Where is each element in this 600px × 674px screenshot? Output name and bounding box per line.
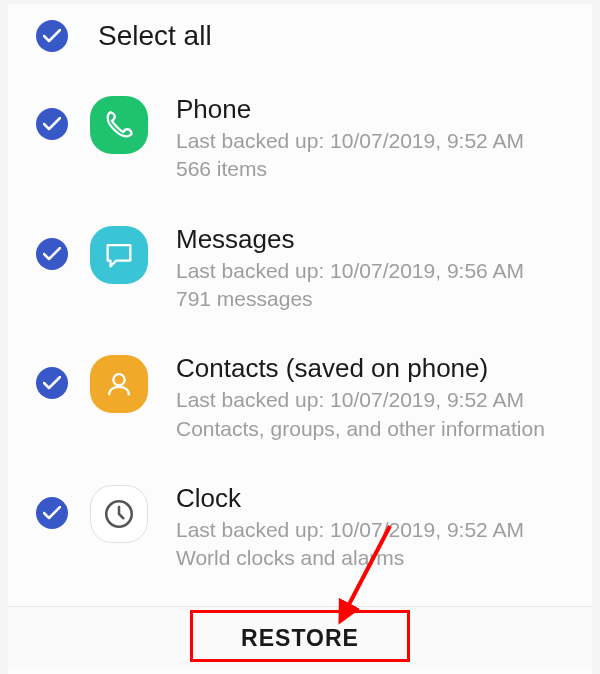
check-icon bbox=[43, 506, 61, 520]
clock-icon bbox=[90, 485, 148, 543]
item-checkbox-clock[interactable] bbox=[36, 497, 68, 529]
select-all-checkbox[interactable] bbox=[36, 20, 68, 52]
item-checkbox-contacts[interactable] bbox=[36, 367, 68, 399]
svg-point-0 bbox=[113, 374, 124, 385]
check-icon bbox=[43, 247, 61, 261]
check-icon bbox=[43, 117, 61, 131]
item-title: Clock bbox=[176, 483, 574, 514]
footer-bar: RESTORE bbox=[8, 606, 592, 670]
item-checkbox-phone[interactable] bbox=[36, 108, 68, 140]
messages-icon bbox=[90, 226, 148, 284]
item-subtitle: Last backed up: 10/07/2019, 9:52 AMWorld… bbox=[176, 516, 574, 573]
item-subtitle: Last backed up: 10/07/2019, 9:52 AM566 i… bbox=[176, 127, 574, 184]
restore-button[interactable]: RESTORE bbox=[195, 617, 405, 660]
item-subtitle: Last backed up: 10/07/2019, 9:52 AMConta… bbox=[176, 386, 574, 443]
select-all-row[interactable]: Select all bbox=[8, 4, 592, 80]
select-all-label: Select all bbox=[98, 20, 212, 52]
item-subtitle: Last backed up: 10/07/2019, 9:56 AM791 m… bbox=[176, 257, 574, 314]
item-title: Contacts (saved on phone) bbox=[176, 353, 574, 384]
contacts-icon bbox=[90, 355, 148, 413]
check-icon bbox=[43, 376, 61, 390]
list-item[interactable]: Phone Last backed up: 10/07/2019, 9:52 A… bbox=[8, 80, 592, 210]
item-title: Messages bbox=[176, 224, 574, 255]
list-item[interactable]: Messages Last backed up: 10/07/2019, 9:5… bbox=[8, 210, 592, 340]
phone-icon bbox=[90, 96, 148, 154]
list-item[interactable]: Contacts (saved on phone) Last backed up… bbox=[8, 339, 592, 469]
list-item[interactable]: Clock Last backed up: 10/07/2019, 9:52 A… bbox=[8, 469, 592, 599]
item-checkbox-messages[interactable] bbox=[36, 238, 68, 270]
check-icon bbox=[43, 29, 61, 43]
item-title: Phone bbox=[176, 94, 574, 125]
